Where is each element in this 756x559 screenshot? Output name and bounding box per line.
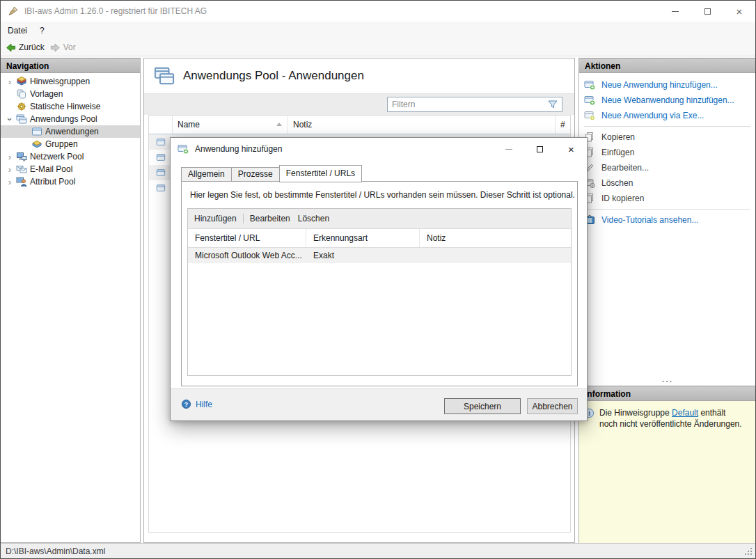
navigation-header: Navigation [1, 58, 140, 73]
minimize-button[interactable] [659, 1, 691, 22]
sidebar-item-statische-hinweise[interactable]: › Statische Hinweise [1, 100, 140, 113]
application-pool-icon [154, 65, 175, 86]
application-icon [156, 168, 166, 178]
sidebar-item-hinweisgruppen[interactable]: › Hinweisgruppen [1, 75, 140, 88]
maximize-button[interactable] [691, 1, 723, 22]
tab-allgemein[interactable]: Allgemein [181, 167, 231, 182]
forward-arrow-icon [50, 42, 61, 53]
back-button[interactable]: Zurück [6, 42, 45, 53]
list-delete-button[interactable]: Löschen [297, 214, 336, 223]
action-neue-anwendung-via-exe[interactable]: Neue Anwendung via Exe... [579, 108, 756, 123]
icon-column-header[interactable] [149, 116, 173, 134]
dialog-window-controls: × [493, 138, 587, 160]
sidebar-item-label: Vorlagen [30, 89, 63, 99]
sidebar-item-netzwerk-pool[interactable]: › Netzwerk Pool [1, 150, 140, 163]
sidebar-item-anwendungen[interactable]: › Anwendungen [1, 125, 140, 138]
action-loeschen[interactable]: Löschen [579, 175, 756, 191]
default-group-link[interactable]: Default [672, 408, 698, 418]
navigation-panel: Navigation › Hinweisgruppen › Vorlagen ›… [1, 58, 141, 543]
close-icon: × [568, 144, 574, 155]
tab-prozesse[interactable]: Prozesse [231, 167, 279, 182]
help-label: Hilfe [196, 400, 212, 409]
data-file-path: D:\IBI-aws\Admin\Data.xml [6, 546, 105, 556]
sidebar-item-label: Anwendungen [45, 127, 99, 136]
list-add-button[interactable]: Hinzufügen [188, 214, 243, 223]
groups-icon [31, 139, 42, 150]
filter-input[interactable] [388, 100, 547, 109]
tab-fenstertitel-urls[interactable]: Fenstertitel / URLs [279, 165, 362, 182]
action-label: Neue Anwendung via Exe... [601, 111, 704, 120]
sidebar-item-label: Hinweisgruppen [30, 77, 90, 86]
application-icon [31, 126, 42, 137]
information-header: Information [579, 386, 756, 401]
chevron-right-icon[interactable]: › [5, 165, 15, 174]
sidebar-item-label: Attribut Pool [30, 177, 75, 187]
notice-groups-icon [16, 76, 27, 87]
action-label: Neue Anwendung hinzufügen... [601, 80, 718, 90]
close-button[interactable]: × [723, 1, 755, 22]
action-neue-webanwendung[interactable]: Neue Webanwendung hinzufügen... [579, 93, 756, 108]
chevron-right-icon[interactable]: › [5, 77, 15, 86]
name-column-header[interactable]: Name [173, 116, 288, 134]
sidebar-item-gruppen[interactable]: › Gruppen [1, 138, 140, 150]
chevron-right-icon[interactable]: › [5, 152, 15, 162]
filter-funnel-icon[interactable] [547, 99, 558, 110]
dialog-minimize-button[interactable] [493, 138, 524, 160]
application-pool-icon [16, 113, 27, 125]
action-label: ID kopieren [601, 194, 644, 203]
notiz-column-label: Notiz [293, 120, 312, 129]
notiz-column-header[interactable]: Notiz [288, 116, 556, 134]
list-item[interactable]: Microsoft Outlook Web Acc... Exakt [188, 248, 571, 263]
action-einfuegen[interactable]: Einfügen [579, 145, 756, 160]
dialog-maximize-button[interactable] [524, 138, 556, 160]
list-edit-button[interactable]: Bearbeiten [244, 214, 297, 223]
static-notices-icon [16, 101, 27, 112]
chevron-right-icon[interactable]: › [5, 178, 15, 187]
save-button[interactable]: Speichern [444, 398, 521, 414]
add-application-exe-icon [584, 110, 595, 121]
panel-splitter-handle[interactable]: ... [579, 376, 756, 383]
top-strip: Datei ? Zurück Vor [1, 22, 755, 56]
dialog-footer: Hilfe Speichern Abbrechen [171, 388, 587, 420]
application-icon [156, 183, 166, 193]
sort-ascending-icon [276, 123, 282, 126]
menu-help[interactable]: ? [34, 22, 50, 39]
actions-header: Aktionen [579, 58, 756, 73]
minimize-icon [672, 11, 679, 12]
action-neue-anwendung[interactable]: Neue Anwendung hinzufügen... [579, 77, 756, 93]
window-title: IBI-aws Admin 1.26.0 - registriert für I… [24, 6, 207, 16]
add-application-icon [178, 143, 189, 155]
title-column-header[interactable]: Fenstertitel / URL [188, 229, 306, 247]
type-column-label: Erkennungsart [313, 233, 368, 243]
email-pool-icon [16, 164, 27, 175]
count-column-header[interactable]: # [556, 116, 570, 134]
sidebar-item-email-pool[interactable]: › E-Mail Pool [1, 163, 140, 175]
app-window: IBI-aws Admin 1.26.0 - registriert für I… [0, 0, 756, 559]
templates-icon [16, 88, 27, 100]
filter-strip [144, 93, 574, 115]
dialog-title: Anwendung hinzufügen [195, 144, 282, 154]
cancel-button[interactable]: Abbrechen [527, 398, 578, 414]
help-link[interactable]: Hilfe [181, 399, 212, 409]
table-header-row: Name Notiz # [149, 116, 570, 134]
note-column-header[interactable]: Notiz [420, 229, 571, 247]
window-controls: × [659, 1, 755, 22]
resize-grip[interactable] [745, 548, 746, 549]
sidebar-item-vorlagen[interactable]: › Vorlagen [1, 88, 140, 100]
forward-button[interactable]: Vor [50, 42, 76, 53]
sidebar-item-attribut-pool[interactable]: › Attribut Pool [1, 175, 140, 188]
action-kopieren[interactable]: Kopieren [579, 129, 756, 145]
type-column-header[interactable]: Erkennungsart [306, 229, 420, 247]
information-text: Die Hinweisgruppe Default enthält noch n… [599, 407, 746, 543]
sidebar-item-label: Statische Hinweise [30, 102, 100, 111]
information-body: Die Hinweisgruppe Default enthält noch n… [579, 401, 756, 543]
menu-datei[interactable]: Datei [1, 22, 34, 39]
action-id-kopieren[interactable]: ID kopieren [579, 191, 756, 206]
action-video-tutorials[interactable]: Video-Tutorials ansehen... [579, 212, 756, 228]
add-application-icon [584, 79, 595, 90]
chevron-down-icon[interactable]: › [6, 114, 15, 124]
dialog-close-button[interactable]: × [556, 138, 587, 160]
action-bearbeiten[interactable]: Bearbeiten... [579, 160, 756, 175]
sidebar-item-anwendungs-pool[interactable]: › Anwendungs Pool [1, 113, 140, 125]
dialog-tabs: Allgemein Prozesse Fenstertitel / URLs [181, 166, 362, 182]
